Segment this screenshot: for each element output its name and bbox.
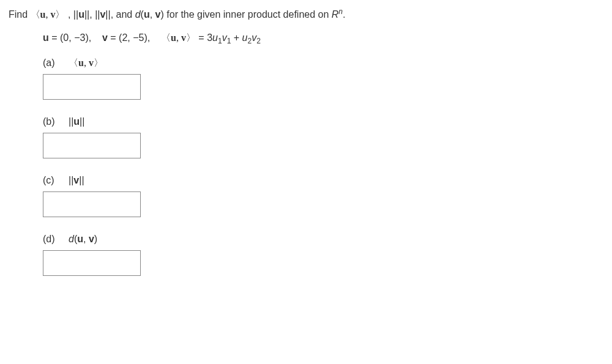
- text-middle: for the given inner product defined on: [166, 9, 332, 20]
- distance-uv: d(u, v): [135, 9, 164, 20]
- rn-space: Rn: [332, 9, 343, 20]
- inner-eq: = 3: [198, 32, 212, 43]
- part-d: (d) d(u, v): [43, 232, 603, 276]
- part-d-label: (d): [43, 232, 59, 247]
- part-b-expression: ||u||: [69, 114, 84, 129]
- sep: ,: [89, 9, 95, 20]
- part-a-expression: 〈u, v〉: [69, 56, 103, 70]
- part-b-label: (b): [43, 114, 59, 129]
- part-c-label: (c): [43, 173, 59, 188]
- part-d-answer-input[interactable]: [43, 250, 141, 276]
- problem-statement: Find 〈u, v〉 , ||u||, ||v||, and d(u, v) …: [9, 6, 603, 22]
- part-a-label: (a): [43, 56, 59, 70]
- part-b-header: (b) ||u||: [43, 114, 603, 129]
- part-d-expression: d(u, v): [69, 232, 97, 247]
- inner-product-uv: 〈u, v〉: [31, 9, 65, 20]
- norm-v: ||v||: [95, 9, 111, 20]
- problem-setup: u = (0, −3), v = (2, −5), 〈u, v〉 = 3u1v1…: [43, 31, 603, 46]
- part-d-header: (d) d(u, v): [43, 232, 603, 247]
- sep: , and: [111, 9, 135, 20]
- text-find: Find: [9, 9, 31, 20]
- u-value: = (0, −3),: [49, 32, 91, 43]
- u-label: u: [43, 32, 49, 43]
- part-c-answer-input[interactable]: [43, 191, 141, 217]
- norm-u: ||u||: [73, 9, 89, 20]
- part-a: (a) 〈u, v〉: [43, 56, 603, 100]
- part-b-answer-input[interactable]: [43, 133, 141, 158]
- part-c-expression: ||v||: [69, 173, 84, 188]
- part-c-header: (c) ||v||: [43, 173, 603, 188]
- v-label: v: [102, 32, 108, 43]
- part-c: (c) ||v||: [43, 173, 603, 217]
- period: .: [343, 9, 345, 20]
- part-a-header: (a) 〈u, v〉: [43, 56, 603, 70]
- part-a-answer-input[interactable]: [43, 74, 141, 100]
- v-value: = (2, −5),: [108, 32, 150, 43]
- part-b: (b) ||u||: [43, 114, 603, 158]
- sep: ,: [68, 9, 73, 20]
- inner-product-def-lhs: 〈u, v〉: [161, 32, 196, 43]
